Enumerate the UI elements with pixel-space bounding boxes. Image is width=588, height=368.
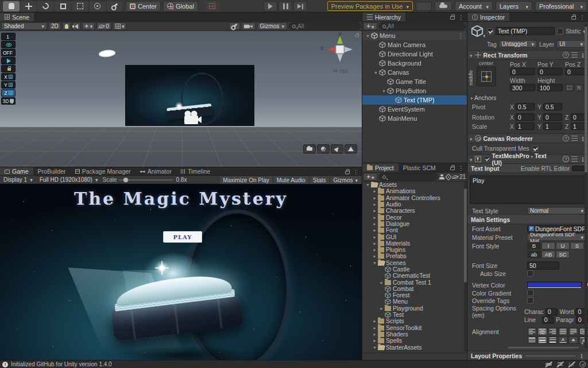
height-field[interactable]: 100 bbox=[537, 84, 563, 91]
alignment-button[interactable] bbox=[537, 328, 547, 335]
auto-refresh-disabled-icon[interactable] bbox=[568, 361, 575, 367]
create-button[interactable] bbox=[363, 173, 377, 181]
toggle-lighting-button[interactable] bbox=[63, 22, 71, 30]
vertex-color-swatch[interactable] bbox=[527, 282, 582, 289]
progrids-button[interactable]: X bbox=[1, 73, 16, 80]
lock-icon[interactable] bbox=[345, 171, 350, 174]
step-button[interactable] bbox=[293, 1, 307, 12]
expand-arrow[interactable] bbox=[381, 89, 387, 94]
project-item[interactable]: StarterAssets bbox=[362, 344, 467, 350]
overlay-button[interactable] bbox=[345, 144, 357, 154]
progrids-button[interactable]: Y bbox=[1, 81, 16, 89]
horizontal-scrollbar[interactable] bbox=[508, 347, 579, 348]
stats-button[interactable]: Stats bbox=[309, 176, 330, 184]
material-preset-dropdown[interactable]: DungeonFont SDF Mat bbox=[527, 233, 586, 241]
progrids-button[interactable] bbox=[1, 65, 16, 72]
gizmo-lock-icon[interactable] bbox=[355, 34, 359, 37]
font-size-field[interactable]: 50 bbox=[527, 262, 559, 270]
expand-arrow[interactable] bbox=[372, 202, 378, 207]
project-item[interactable]: Forest bbox=[362, 292, 467, 298]
hierarchy-item[interactable]: MainMenu bbox=[362, 114, 467, 123]
font-case-button[interactable]: ab bbox=[527, 251, 541, 258]
progrids-button[interactable] bbox=[1, 41, 16, 48]
draw-mode-dropdown[interactable]: Shaded bbox=[1, 22, 47, 30]
overlay-button[interactable] bbox=[303, 144, 316, 154]
expand-arrow[interactable] bbox=[372, 221, 378, 227]
active-checkbox[interactable] bbox=[487, 28, 493, 34]
help-icon[interactable] bbox=[563, 52, 569, 58]
pivot-center-button[interactable]: Center bbox=[126, 1, 161, 12]
more-icon[interactable] bbox=[353, 168, 359, 175]
scene-camera-dropdown[interactable] bbox=[242, 22, 256, 30]
hierarchy-item[interactable]: PlayButton bbox=[362, 86, 467, 95]
project-item[interactable]: Prefabs bbox=[362, 253, 467, 259]
anchor-presets-button[interactable] bbox=[477, 67, 496, 86]
gizmos-dropdown[interactable]: Gizmos bbox=[257, 22, 287, 30]
blueprint-mode-button[interactable] bbox=[565, 84, 574, 91]
cloud-button[interactable] bbox=[435, 1, 452, 11]
hierarchy-item[interactable]: EventSystem bbox=[362, 105, 467, 114]
project-item[interactable]: Characters bbox=[362, 208, 467, 214]
help-icon[interactable] bbox=[563, 135, 569, 141]
grid-visibility-dropdown[interactable] bbox=[113, 22, 127, 30]
more-icon[interactable] bbox=[579, 14, 585, 21]
hidden-packages-button[interactable]: 21 bbox=[452, 174, 466, 180]
hierarchy-item[interactable]: Canvas bbox=[362, 68, 467, 77]
pos-y-field[interactable]: 0 bbox=[537, 68, 563, 75]
scene-search-input[interactable]: All bbox=[289, 22, 361, 30]
pivot-x-field[interactable]: 0.5 bbox=[516, 103, 535, 110]
font-case-button[interactable]: SC bbox=[556, 251, 570, 258]
scale-slider[interactable] bbox=[119, 179, 173, 181]
overlay-button[interactable] bbox=[331, 144, 343, 154]
hierarchy-item[interactable]: Text (TMP) bbox=[362, 95, 467, 105]
tab-plastic-scm[interactable]: Plastic SCM bbox=[399, 163, 440, 172]
toggle-2d-button[interactable]: 2D bbox=[49, 22, 61, 30]
more-icon[interactable] bbox=[458, 14, 464, 21]
foldout-arrow[interactable] bbox=[470, 156, 473, 163]
alignment-button[interactable] bbox=[527, 328, 537, 335]
lock-icon[interactable] bbox=[450, 16, 455, 20]
project-item[interactable]: Combat bbox=[362, 286, 467, 292]
pause-button[interactable] bbox=[278, 1, 292, 12]
lock-icon[interactable] bbox=[571, 16, 576, 20]
hierarchy-item[interactable]: Main Camera bbox=[362, 40, 467, 49]
progrids-button[interactable]: 3D bbox=[1, 97, 16, 105]
hierarchy-item[interactable]: Directional Light bbox=[362, 49, 467, 59]
tag-dropdown[interactable]: Untagged bbox=[499, 40, 537, 48]
tab-hierarchy[interactable]: Hierarchy bbox=[362, 13, 405, 21]
projection-mode-label[interactable]: Iso bbox=[333, 68, 347, 74]
font-style-button[interactable]: U bbox=[556, 242, 570, 250]
expand-arrow[interactable] bbox=[372, 195, 378, 201]
expand-arrow[interactable] bbox=[365, 33, 371, 39]
game-view-tab[interactable]: Game bbox=[0, 167, 33, 175]
alignment-button[interactable] bbox=[568, 336, 578, 344]
rotation-y-field[interactable]: 0 bbox=[543, 113, 562, 121]
project-item[interactable]: Spells bbox=[362, 338, 467, 344]
project-item[interactable]: Combat Test 1 bbox=[362, 279, 467, 285]
pivot-global-button[interactable]: Global bbox=[163, 1, 198, 12]
hierarchy-item[interactable]: Game Title bbox=[362, 77, 467, 86]
game-gizmos-dropdown[interactable]: Gizmos bbox=[330, 176, 361, 184]
mute-audio-button[interactable]: Mute Audio bbox=[273, 176, 309, 184]
expand-arrow[interactable] bbox=[372, 345, 378, 350]
status-message[interactable]: Initialized GitHub for Unity version 1.4… bbox=[11, 361, 112, 367]
presets-icon[interactable] bbox=[571, 136, 578, 141]
create-button[interactable] bbox=[363, 22, 377, 30]
font-style-button[interactable]: B bbox=[527, 242, 541, 250]
project-item[interactable]: Animations bbox=[362, 188, 467, 194]
line-spacing-field[interactable]: 0 bbox=[542, 316, 554, 324]
rect-transform-header[interactable]: Rect Transform bbox=[467, 50, 588, 60]
inspector-scrollbar[interactable] bbox=[585, 23, 587, 348]
search-by-label-button[interactable] bbox=[446, 175, 451, 179]
alignment-button[interactable] bbox=[548, 328, 558, 335]
tool-button[interactable] bbox=[20, 1, 37, 12]
scale-slider-knob[interactable] bbox=[123, 178, 128, 182]
alignment-button[interactable] bbox=[558, 336, 568, 344]
project-item[interactable]: Playground bbox=[362, 305, 467, 312]
foldout-arrow[interactable] bbox=[470, 135, 473, 142]
character-spacing-field[interactable]: 0 bbox=[546, 308, 558, 316]
layers-dropdown[interactable]: Layers bbox=[496, 1, 532, 11]
toggle-audio-button[interactable] bbox=[72, 22, 80, 30]
layer-dropdown[interactable]: UI bbox=[556, 40, 586, 48]
text-input-area[interactable]: Play bbox=[470, 175, 586, 204]
